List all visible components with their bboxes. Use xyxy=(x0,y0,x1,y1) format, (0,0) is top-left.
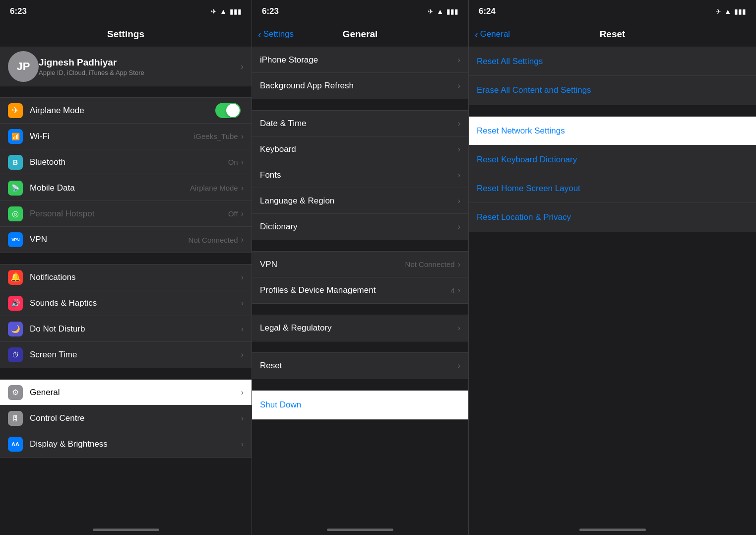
wifi-value: iGeeks_Tube xyxy=(194,132,238,140)
legal-chevron: › xyxy=(458,324,460,333)
general-group: ⚙ General › 🎛 Control Centre › AA Displa… xyxy=(0,379,252,458)
bg-refresh-chevron: › xyxy=(458,81,460,90)
settings-scroll[interactable]: JP Jignesh Padhiyar Apple ID, iCloud, iT… xyxy=(0,47,252,535)
language-region-label: Language & Region xyxy=(260,196,458,206)
sidebar-item-mobile-data[interactable]: 📡 Mobile Data Airplane Mode › xyxy=(0,175,252,201)
sidebar-item-notifications[interactable]: 🔔 Notifications › xyxy=(0,265,252,290)
language-region-row[interactable]: Language & Region › xyxy=(252,188,468,214)
reset-chevron: › xyxy=(458,361,460,370)
profiles-chevron: › xyxy=(458,286,460,295)
dictionary-row[interactable]: Dictionary › xyxy=(252,214,468,240)
bluetooth-value: On xyxy=(228,158,238,166)
reset-row[interactable]: Reset › xyxy=(252,353,468,379)
vpn-profiles-group: VPN Not Connected › Profiles & Device Ma… xyxy=(252,251,468,304)
battery-icon-2: ▮▮▮ xyxy=(446,7,458,15)
fonts-row[interactable]: Fonts › xyxy=(252,162,468,188)
home-indicator-3 xyxy=(579,529,646,531)
notifications-group: 🔔 Notifications › 🔊 Sounds & Haptics › 🌙… xyxy=(0,264,252,368)
reset-main-group: Reset All Settings Erase All Content and… xyxy=(469,47,756,105)
sidebar-item-sounds[interactable]: 🔊 Sounds & Haptics › xyxy=(0,290,252,316)
reset-all-settings-row[interactable]: Reset All Settings xyxy=(469,47,756,76)
bluetooth-label: Bluetooth xyxy=(30,157,228,167)
reset-home-label: Reset Home Screen Layout xyxy=(477,184,748,194)
mobile-data-icon: 📡 xyxy=(8,181,23,196)
status-bar-2: 6:23 ✈ ▲ ▮▮▮ xyxy=(252,0,468,22)
reset-group: Reset › xyxy=(252,352,468,379)
general-label: General xyxy=(30,388,241,398)
sidebar-item-general[interactable]: ⚙ General › xyxy=(0,380,252,405)
sidebar-item-personal-hotspot[interactable]: ◎ Personal Hotspot Off › xyxy=(0,201,252,227)
hotspot-label: Personal Hotspot xyxy=(30,209,228,219)
general-nav-title: General xyxy=(343,29,378,40)
profile-row[interactable]: JP Jignesh Padhiyar Apple ID, iCloud, iT… xyxy=(0,47,252,86)
display-brightness-label: Display & Brightness xyxy=(30,439,241,449)
wifi-icon-2: ▲ xyxy=(437,7,443,15)
screen-time-label: Screen Time xyxy=(30,350,241,360)
legal-row[interactable]: Legal & Regulatory › xyxy=(252,315,468,341)
bluetooth-icon: B xyxy=(8,155,23,170)
sidebar-item-control-centre[interactable]: 🎛 Control Centre › xyxy=(0,405,252,431)
display-brightness-chevron: › xyxy=(241,440,244,449)
erase-all-row[interactable]: Erase All Content and Settings xyxy=(469,76,756,105)
reset-location-row[interactable]: Reset Location & Privacy xyxy=(469,203,756,232)
shutdown-group: Shut Down xyxy=(252,390,468,420)
reset-scroll[interactable]: Reset All Settings Erase All Content and… xyxy=(469,47,756,535)
bg-refresh-row[interactable]: Background App Refresh › xyxy=(252,73,468,99)
bg-refresh-label: Background App Refresh xyxy=(260,81,458,91)
status-bar-1: 6:23 ✈ ▲ ▮▮▮ xyxy=(0,0,252,22)
wifi-icon-3: ▲ xyxy=(724,7,731,15)
sidebar-item-screen-time[interactable]: ⏱ Screen Time › xyxy=(0,342,252,368)
back-to-general[interactable]: ‹ General xyxy=(475,29,510,40)
sidebar-item-airplane-mode[interactable]: ✈ Airplane Mode xyxy=(0,98,252,124)
dnd-icon: 🌙 xyxy=(8,322,23,336)
display-brightness-icon: AA xyxy=(8,437,23,452)
erase-all-label: Erase All Content and Settings xyxy=(477,85,748,95)
battery-icon: ▮▮▮ xyxy=(230,7,242,15)
profile-sub: Apple ID, iCloud, iTunes & App Store xyxy=(39,69,241,76)
sidebar-item-bluetooth[interactable]: B Bluetooth On › xyxy=(0,149,252,175)
mobile-data-value: Airplane Mode xyxy=(190,184,238,192)
reset-panel: 6:24 ✈ ▲ ▮▮▮ ‹ General Reset Reset All S… xyxy=(469,0,756,535)
reset-network-label: Reset Network Settings xyxy=(477,126,748,136)
keyboard-row[interactable]: Keyboard › xyxy=(252,136,468,162)
profiles-row[interactable]: Profiles & Device Management 4 › xyxy=(252,277,468,303)
vpn-label: VPN xyxy=(30,235,189,245)
keyboard-label: Keyboard xyxy=(260,144,458,154)
sidebar-item-vpn[interactable]: VPN VPN Not Connected › xyxy=(0,227,252,253)
airplane-mode-toggle[interactable] xyxy=(215,103,241,118)
control-centre-icon: 🎛 xyxy=(8,411,23,426)
home-indicator-2 xyxy=(327,529,393,531)
iphone-storage-row[interactable]: iPhone Storage › xyxy=(252,47,468,73)
hotspot-value: Off xyxy=(228,209,238,218)
sidebar-item-display-brightness[interactable]: AA Display & Brightness › xyxy=(0,431,252,457)
notifications-label: Notifications xyxy=(30,272,241,282)
bluetooth-chevron: › xyxy=(241,158,244,167)
general-nav-bar: ‹ Settings General xyxy=(252,22,468,47)
screen-time-icon: ⏱ xyxy=(8,347,23,362)
sidebar-item-wifi[interactable]: 📶 Wi-Fi iGeeks_Tube › xyxy=(0,124,252,149)
reset-home-row[interactable]: Reset Home Screen Layout xyxy=(469,174,756,203)
sidebar-item-dnd[interactable]: 🌙 Do Not Disturb › xyxy=(0,316,252,342)
back-chevron-2: ‹ xyxy=(258,29,261,40)
connectivity-group: ✈ Airplane Mode 📶 Wi-Fi iGeeks_Tube › B … xyxy=(0,97,252,253)
dnd-chevron: › xyxy=(241,325,244,334)
reset-nav-bar: ‹ General Reset xyxy=(469,22,756,47)
general-scroll[interactable]: iPhone Storage › Background App Refresh … xyxy=(252,47,468,535)
airplane-icon: ✈ xyxy=(211,7,217,15)
reset-nav-title: Reset xyxy=(600,29,626,40)
legal-label: Legal & Regulatory xyxy=(260,323,458,333)
vpn2-row[interactable]: VPN Not Connected › xyxy=(252,252,468,277)
reset-sub-group: Reset Network Settings Reset Keyboard Di… xyxy=(469,116,756,232)
reset-keyboard-row[interactable]: Reset Keyboard Dictionary xyxy=(469,145,756,174)
sounds-chevron: › xyxy=(241,299,244,308)
back-to-settings[interactable]: ‹ Settings xyxy=(258,29,294,40)
shutdown-row[interactable]: Shut Down xyxy=(252,391,468,419)
avatar: JP xyxy=(8,51,39,82)
status-time-3: 6:24 xyxy=(479,6,496,16)
reset-network-row[interactable]: Reset Network Settings xyxy=(469,117,756,145)
settings-nav-title: Settings xyxy=(107,29,144,40)
airplane-mode-label: Airplane Mode xyxy=(30,106,215,116)
sounds-icon: 🔊 xyxy=(8,296,23,311)
vpn2-chevron: › xyxy=(458,260,460,269)
date-time-row[interactable]: Date & Time › xyxy=(252,111,468,136)
